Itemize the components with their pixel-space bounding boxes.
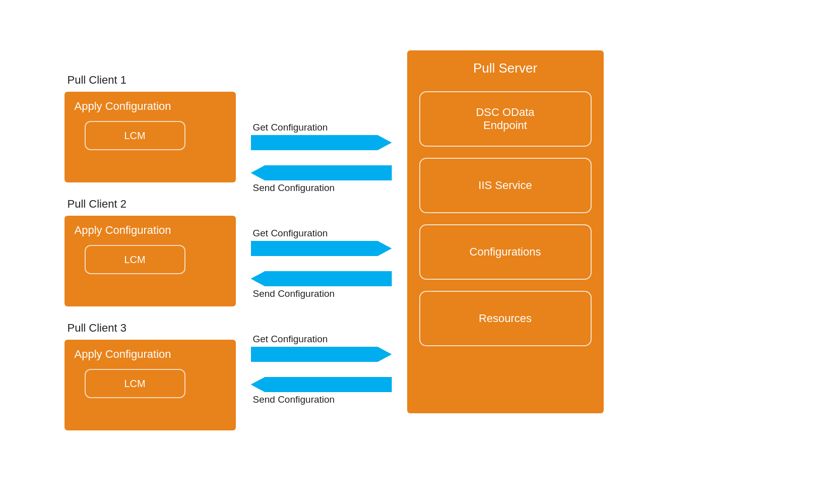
client-1-lcm-text: LCM — [124, 130, 145, 142]
server-component-configurations: Configurations — [419, 224, 592, 280]
server-component-iis-text: IIS Service — [478, 179, 532, 192]
arrow-left-2 — [251, 271, 392, 286]
client-2-label: Pull Client 2 — [68, 198, 126, 211]
arrow-get-1: Get Configuration — [251, 122, 392, 150]
arrow-group-3: Get Configuration Send Configuration — [251, 324, 392, 415]
client-group-1: Pull Client 1 Apply Configuration LCM — [65, 74, 236, 182]
arrow-group-2: Get Configuration Send Configuration — [251, 218, 392, 309]
arrow-get-3: Get Configuration — [251, 334, 392, 362]
arrow-group-1: Get Configuration Send Configuration — [251, 112, 392, 203]
client-3-label: Pull Client 3 — [68, 322, 126, 335]
client-2-lcm-text: LCM — [124, 254, 145, 266]
client-3-box: Apply Configuration LCM — [65, 340, 236, 430]
get-config-label-1: Get Configuration — [253, 122, 392, 133]
arrow-send-3: Send Configuration — [251, 377, 392, 405]
arrow-get-2: Get Configuration — [251, 228, 392, 256]
arrows-column: Get Configuration Send Configuration Get… — [236, 89, 407, 415]
client-3-lcm-box: LCM — [85, 369, 185, 398]
client-1-title: Apply Configuration — [75, 100, 171, 113]
server-component-iis: IIS Service — [419, 158, 592, 213]
clients-column: Pull Client 1 Apply Configuration LCM Pu… — [65, 74, 236, 430]
pull-server-box: Pull Server DSC ODataEndpoint IIS Servic… — [407, 50, 604, 413]
arrow-right-3 — [251, 347, 392, 362]
client-3-lcm-text: LCM — [124, 378, 145, 390]
get-config-label-3: Get Configuration — [253, 334, 392, 345]
client-group-2: Pull Client 2 Apply Configuration LCM — [65, 198, 236, 306]
client-1-box: Apply Configuration LCM — [65, 92, 236, 182]
pull-server-title: Pull Server — [473, 60, 537, 76]
server-component-resources-text: Resources — [479, 312, 532, 325]
server-component-odata: DSC ODataEndpoint — [419, 91, 592, 147]
client-group-3: Pull Client 3 Apply Configuration LCM — [65, 322, 236, 430]
get-config-label-2: Get Configuration — [253, 228, 392, 239]
arrow-right-1 — [251, 135, 392, 150]
arrow-send-2: Send Configuration — [251, 271, 392, 299]
client-3-title: Apply Configuration — [75, 348, 171, 361]
client-1-lcm-box: LCM — [85, 121, 185, 150]
client-1-label: Pull Client 1 — [68, 74, 126, 87]
client-2-lcm-box: LCM — [85, 245, 185, 274]
server-component-resources: Resources — [419, 291, 592, 346]
server-component-configurations-text: Configurations — [470, 245, 541, 259]
server-component-odata-text: DSC ODataEndpoint — [476, 106, 534, 132]
diagram: Pull Client 1 Apply Configuration LCM Pu… — [65, 35, 770, 469]
send-config-label-3: Send Configuration — [253, 394, 392, 405]
arrow-send-1: Send Configuration — [251, 165, 392, 194]
client-2-box: Apply Configuration LCM — [65, 216, 236, 306]
arrow-left-1 — [251, 165, 392, 180]
arrow-left-3 — [251, 377, 392, 392]
arrow-right-2 — [251, 241, 392, 256]
client-2-title: Apply Configuration — [75, 224, 171, 237]
send-config-label-1: Send Configuration — [253, 182, 392, 194]
send-config-label-2: Send Configuration — [253, 288, 392, 299]
